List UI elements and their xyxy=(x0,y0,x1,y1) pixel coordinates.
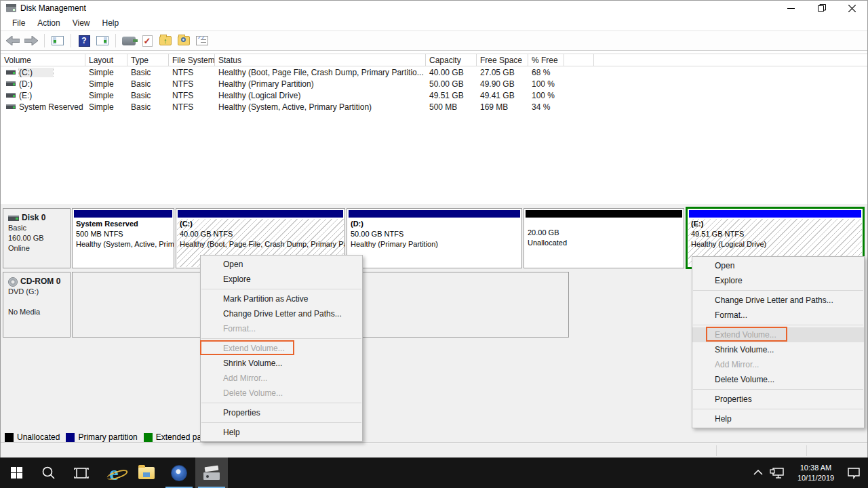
help-icon[interactable]: ? xyxy=(77,33,92,48)
network-icon[interactable] xyxy=(769,466,785,480)
cell-layout: Simple xyxy=(85,79,127,89)
menu-item-format[interactable]: Format... xyxy=(692,308,864,323)
menu-item-shrink-volume[interactable]: Shrink Volume... xyxy=(201,356,362,371)
find-folder-icon[interactable] xyxy=(176,33,191,48)
action-pane-icon[interactable] xyxy=(95,33,110,48)
menu-item-open[interactable]: Open xyxy=(201,257,362,272)
taskbar-clock[interactable]: 10:38 AM 10/11/2019 xyxy=(791,463,841,483)
menu-separator xyxy=(693,409,863,409)
col-capacity[interactable]: Capacity xyxy=(426,54,477,66)
task-list-icon[interactable] xyxy=(195,33,210,48)
partition-status: Healthy (Primary Partition) xyxy=(347,239,521,249)
cell-status: Healthy (Primary Partition) xyxy=(215,79,426,89)
cell-fs: NTFS xyxy=(169,102,215,112)
cdrom-label-panel[interactable]: CD-ROM 0 DVD (G:) No Media xyxy=(3,272,71,338)
legend-label: Unallocated xyxy=(17,432,60,442)
menu-item-help[interactable]: Help xyxy=(692,411,864,426)
col-status[interactable]: Status xyxy=(215,54,426,66)
cell-pct: 100 % xyxy=(528,91,564,100)
disk-icon xyxy=(8,216,19,221)
menu-item-change-drive-letter[interactable]: Change Drive Letter and Paths... xyxy=(201,306,362,321)
disk0-label-panel[interactable]: Disk 0 Basic 160.00 GB Online xyxy=(3,208,71,268)
menu-item-change-drive-letter[interactable]: Change Drive Letter and Paths... xyxy=(692,293,864,308)
minimize-button[interactable] xyxy=(776,1,806,16)
toolbar-separator xyxy=(44,34,45,47)
task-view-button[interactable] xyxy=(65,458,98,488)
context-menu-e: Open Explore Change Drive Letter and Pat… xyxy=(692,256,865,428)
menu-action[interactable]: Action xyxy=(31,16,66,30)
refresh-folder-icon[interactable]: ↑ xyxy=(158,33,173,48)
menu-view[interactable]: View xyxy=(66,16,96,30)
table-row-e[interactable]: (E:) Simple Basic NTFS Healthy (Logical … xyxy=(1,89,867,101)
taskbar-search-button[interactable] xyxy=(33,458,65,488)
partition-status: Healthy (System, Active, Primary Partiti… xyxy=(73,239,174,249)
menu-item-properties[interactable]: Properties xyxy=(692,392,864,407)
console-tree-icon[interactable] xyxy=(50,33,65,48)
forward-icon[interactable] xyxy=(24,33,39,48)
statusbar-divider xyxy=(806,445,807,456)
volume-name: (E:) xyxy=(19,91,32,100)
menu-item-label: Extend Volume... xyxy=(223,344,285,353)
disk-management-icon xyxy=(203,466,220,480)
menu-item-help[interactable]: Help xyxy=(201,425,362,440)
menu-item-properties[interactable]: Properties xyxy=(201,405,362,420)
toolbar-separator xyxy=(71,34,71,47)
col-volume[interactable]: Volume xyxy=(1,54,85,66)
volume-name: System Reserved xyxy=(19,102,83,112)
partition-unallocated[interactable]: 20.00 GB Unallocated xyxy=(524,208,684,268)
disk-management-taskbar-button[interactable] xyxy=(195,458,228,488)
internet-explorer-button[interactable]: e xyxy=(98,458,130,488)
cell-fs: NTFS xyxy=(169,91,215,100)
table-row-c[interactable]: (C:) Simple Basic NTFS Healthy (Boot, Pa… xyxy=(1,66,867,78)
properties-tool-icon[interactable] xyxy=(121,33,136,48)
cdrom-name: CD-ROM 0 xyxy=(20,277,60,287)
menu-separator xyxy=(693,290,863,291)
volume-icon xyxy=(6,70,16,75)
close-button[interactable] xyxy=(837,1,867,16)
menu-help[interactable]: Help xyxy=(96,16,125,30)
disk0-size: 160.00 GB xyxy=(8,233,70,243)
menu-item-extend-volume: Extend Volume... xyxy=(201,341,362,356)
partition-system-reserved[interactable]: System Reserved 500 MB NTFS Healthy (Sys… xyxy=(72,208,174,268)
menu-separator xyxy=(693,389,863,390)
partition-color-bar xyxy=(526,210,682,218)
menu-file[interactable]: File xyxy=(6,16,31,30)
col-layout[interactable]: Layout xyxy=(85,54,127,66)
menu-item-open[interactable]: Open xyxy=(692,258,864,273)
menu-item-shrink-volume[interactable]: Shrink Volume... xyxy=(692,342,864,357)
disk-tool-button[interactable] xyxy=(163,458,195,488)
menu-item-delete-volume[interactable]: Delete Volume... xyxy=(692,372,864,387)
menu-item-explore[interactable]: Explore xyxy=(201,272,362,287)
partition-name: (C:) xyxy=(176,219,344,229)
clock-date: 10/11/2019 xyxy=(791,473,841,483)
col-free-space[interactable]: Free Space xyxy=(477,54,528,66)
check-disk-icon[interactable]: ✓ xyxy=(140,33,155,48)
col-file-system[interactable]: File System xyxy=(169,54,215,66)
task-view-icon xyxy=(73,466,90,480)
cell-pct: 68 % xyxy=(528,68,564,77)
menu-item-explore[interactable]: Explore xyxy=(692,273,864,288)
restore-button[interactable] xyxy=(806,1,837,16)
table-row-d[interactable]: (D:) Simple Basic NTFS Healthy (Primary … xyxy=(1,78,867,89)
volume-list-header: Volume Layout Type File System Status Ca… xyxy=(1,54,867,66)
cdrom-icon xyxy=(8,277,18,287)
statusbar-divider xyxy=(716,445,717,456)
menu-separator xyxy=(693,325,863,325)
menu-item-mark-partition-active[interactable]: Mark Partition as Active xyxy=(201,291,362,306)
back-icon[interactable] xyxy=(5,33,20,48)
start-button[interactable] xyxy=(0,458,33,488)
table-row-system-reserved[interactable]: System Reserved Simple Basic NTFS Health… xyxy=(1,101,867,113)
partition-d[interactable]: (D:) 50.00 GB NTFS Healthy (Primary Part… xyxy=(347,208,522,268)
file-explorer-button[interactable] xyxy=(130,458,163,488)
volume-list: Volume Layout Type File System Status Ca… xyxy=(1,52,867,204)
action-center-icon[interactable] xyxy=(846,466,861,480)
tray-chevron-icon[interactable] xyxy=(753,469,764,477)
cell-pct: 34 % xyxy=(528,102,564,112)
menu-separator xyxy=(201,338,361,339)
cell-type: Basic xyxy=(127,102,169,112)
cell-free: 169 MB xyxy=(477,102,528,112)
cell-type: Basic xyxy=(127,79,169,89)
col-pct-free[interactable]: % Free xyxy=(528,54,564,66)
partition-size: 50.00 GB NTFS xyxy=(347,229,521,239)
col-type[interactable]: Type xyxy=(127,54,169,66)
